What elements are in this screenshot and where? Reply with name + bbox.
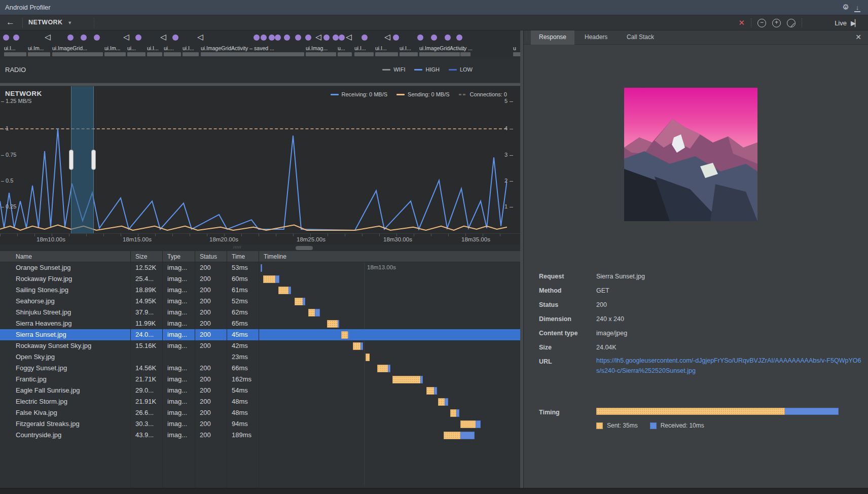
- table-row[interactable]: Fitzgerald Streaks.jpg30.3...imag...2009…: [0, 418, 523, 430]
- table-row[interactable]: Electric Storm.jpg21.91Kimag...20048ms: [0, 396, 523, 407]
- cell: 200: [200, 409, 225, 416]
- field-value: 240 x 240: [596, 315, 624, 323]
- timeline-bar-received: [434, 387, 437, 395]
- table-row[interactable]: Sierra Sunset.jpg24.0...imag...20045ms: [0, 329, 523, 340]
- column-header-status[interactable]: Status: [200, 253, 217, 260]
- cell: 15.16K: [135, 342, 161, 349]
- column-header-timeline[interactable]: Timeline: [264, 253, 286, 260]
- table-row[interactable]: Shinjuku Street.jpg37.9...imag...20062ms: [0, 307, 523, 318]
- table-row[interactable]: False Kiva.jpg26.6...imag...20048ms: [0, 407, 523, 418]
- axis-minor-ticks: [0, 234, 507, 236]
- activity-lifecycle-row: ui.I...ui.Im...ui.ImageGrid...ui.Im...ui…: [0, 45, 523, 58]
- table-row[interactable]: Sierra Heavens.jpg11.99Kimag...20065ms: [0, 318, 523, 329]
- android-profiler-window: Android Profiler ⚙▾ ↓ ← NETWORK ▼ ✕ − + …: [0, 0, 868, 494]
- table-row[interactable]: Rockaway Flow.jpg25.4...imag...20060ms: [0, 273, 523, 285]
- table-row[interactable]: Eagle Fall Sunrise.jpg29.0...imag...2005…: [0, 385, 523, 396]
- tab-headers[interactable]: Headers: [576, 30, 616, 45]
- selection-handle-left[interactable]: [69, 150, 74, 170]
- go-live-icon[interactable]: ▶▏: [851, 19, 859, 27]
- table-row[interactable]: Sailing Stones.jpg18.89Kimag...20061ms: [0, 285, 523, 296]
- table-row[interactable]: Orange Sunset.jpg12.52Kimag...20053ms: [0, 262, 523, 273]
- timeline-bar: [460, 420, 481, 428]
- cell: Open Sky.jpg: [16, 353, 127, 361]
- cell: False Kiva.jpg: [16, 409, 127, 416]
- timing-label: Timing: [539, 409, 560, 416]
- window-title: Android Profiler: [5, 4, 51, 11]
- y-tick-right: 1: [504, 203, 513, 209]
- cell: imag...: [167, 320, 193, 327]
- field-label: Content type: [539, 330, 577, 337]
- end-session-button[interactable]: ✕: [738, 18, 745, 27]
- settings-button[interactable]: ⚙▾: [843, 3, 847, 12]
- table-row[interactable]: Rockaway Sunset Sky.jpg15.16Kimag...2004…: [0, 340, 523, 351]
- field-value: 200: [596, 301, 607, 308]
- activity-event-dot-icon: [305, 34, 311, 41]
- cell: 48ms: [232, 398, 257, 405]
- cell: 189ms: [232, 431, 257, 439]
- cell: imag...: [167, 364, 193, 372]
- column-divider[interactable]: [259, 251, 259, 262]
- table-row[interactable]: Countryside.jpg43.9...imag...200189ms: [0, 430, 523, 441]
- splitter-grip-icon[interactable]: /////: [233, 245, 241, 250]
- back-button[interactable]: ←: [6, 17, 15, 27]
- cell: Shinjuku Street.jpg: [16, 308, 127, 316]
- cell: 200: [200, 431, 225, 439]
- tab-response[interactable]: Response: [531, 30, 574, 45]
- table-row[interactable]: Frantic.jpg21.71Kimag...200162ms: [0, 374, 523, 385]
- column-divider[interactable]: [162, 251, 163, 262]
- timeline-bar: [278, 287, 291, 294]
- cell: 48ms: [232, 409, 257, 416]
- cell: imag...: [167, 431, 193, 439]
- table-row[interactable]: Open Sky.jpg23ms: [0, 351, 523, 363]
- y-tick-right: 3: [504, 152, 513, 158]
- zoom-in-button[interactable]: +: [772, 19, 781, 27]
- table-row[interactable]: Foggy Sunset.jpg14.56Kimag...20066ms: [0, 363, 523, 374]
- activity-events-row[interactable]: ◁◁◁◁◁◁◁: [0, 30, 523, 45]
- activity-label: ui.I...: [183, 45, 194, 51]
- cell: Rockaway Sunset Sky.jpg: [16, 342, 127, 349]
- activity-event-dot-icon: [361, 34, 368, 41]
- cell: 200: [200, 398, 225, 405]
- horizontal-scrollbar[interactable]: [296, 246, 313, 250]
- activity-label: u: [513, 45, 516, 51]
- stage-dropdown[interactable]: NETWORK ▼: [28, 19, 73, 26]
- received-label: Received: 10ms: [661, 422, 704, 429]
- timeline-bar-sent: [308, 309, 315, 316]
- range-selection[interactable]: [71, 86, 94, 233]
- cell: Seahorse.jpg: [16, 297, 127, 305]
- reset-zoom-button[interactable]: [787, 19, 795, 27]
- column-header-size[interactable]: Size: [135, 253, 147, 260]
- cell: 200: [200, 286, 225, 294]
- legend-swatch: [382, 69, 390, 70]
- column-header-type[interactable]: Type: [167, 253, 180, 260]
- cell: imag...: [167, 386, 193, 394]
- network-chart[interactable]: NETWORK Receiving: 0 MB/SSending: 0 MB/S…: [0, 86, 523, 233]
- time-axis-label: 18m35.00s: [461, 236, 490, 242]
- stage-dropdown-label: NETWORK: [28, 19, 62, 26]
- zoom-out-button[interactable]: −: [757, 19, 766, 27]
- download-icon[interactable]: ↓: [854, 4, 861, 11]
- timeline-bar-sent: [327, 320, 338, 328]
- cell: 200: [200, 264, 225, 271]
- activity-lifetime-bar: [28, 52, 50, 56]
- tab-call-stack[interactable]: Call Stack: [619, 30, 662, 45]
- column-divider[interactable]: [195, 251, 195, 262]
- cell: 162ms: [232, 375, 257, 383]
- column-divider[interactable]: [227, 251, 227, 262]
- timeline-bar-sent: [353, 342, 360, 350]
- selection-handle-right[interactable]: [91, 150, 96, 170]
- pane-splitter[interactable]: [520, 30, 523, 488]
- timeline-bar: [353, 342, 363, 350]
- url-link[interactable]: https://lh5.googleusercontent.com/-dJgje…: [596, 356, 862, 376]
- cell: 54ms: [232, 386, 257, 394]
- cell: imag...: [167, 409, 193, 416]
- close-icon[interactable]: ✕: [855, 33, 861, 41]
- table-row[interactable]: Seahorse.jpg14.95Kimag...20052ms: [0, 296, 523, 307]
- column-header-time[interactable]: Time: [232, 253, 245, 260]
- column-divider[interactable]: [130, 251, 131, 262]
- activity-label: ...: [460, 45, 465, 51]
- legend-label: WIFI: [393, 66, 405, 73]
- column-header-name[interactable]: Name: [16, 253, 32, 260]
- timeline-pane: ◁◁◁◁◁◁◁ ui.I...ui.Im...ui.ImageGrid...ui…: [0, 30, 523, 488]
- activity-lifetime-bar: [338, 52, 352, 56]
